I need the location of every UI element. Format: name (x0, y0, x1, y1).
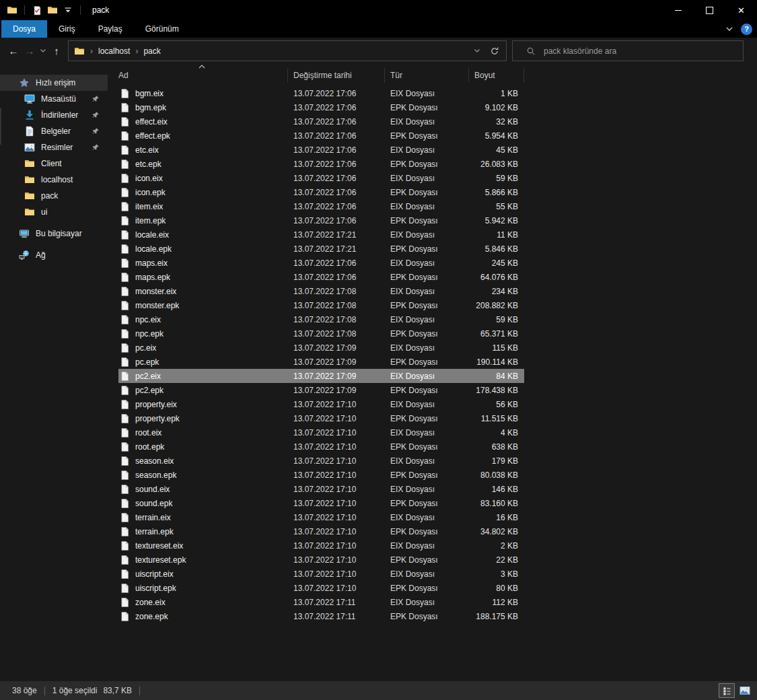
details-view-button[interactable] (719, 683, 735, 698)
thumbnails-view-button[interactable] (737, 683, 753, 698)
file-row[interactable]: pc2.eix 13.07.2022 17:09 EIX Dosyası 84 … (118, 369, 524, 383)
new-folder-icon[interactable] (47, 5, 58, 15)
file-row[interactable]: season.epk 13.07.2022 17:10 EPK Dosyası … (118, 468, 524, 482)
file-size: 59 KB (469, 315, 524, 324)
file-date-modified: 13.07.2022 17:08 (288, 329, 385, 339)
search-icon (526, 46, 536, 56)
help-button[interactable]: ? (741, 24, 752, 35)
file-date-modified: 13.07.2022 17:08 (288, 287, 385, 296)
file-row[interactable]: effect.eix 13.07.2022 17:06 EIX Dosyası … (118, 114, 524, 129)
file-row[interactable]: root.epk 13.07.2022 17:10 EPK Dosyası 63… (118, 440, 524, 454)
address-bar[interactable]: ›localhost›pack (68, 40, 507, 61)
sidebar-item-label: Belgeler (41, 127, 71, 136)
recent-locations-chevron-icon[interactable] (38, 41, 48, 61)
file-row[interactable]: npc.eix 13.07.2022 17:08 EIX Dosyası 59 … (118, 312, 524, 326)
file-row[interactable]: root.eix 13.07.2022 17:10 EIX Dosyası 4 … (118, 425, 524, 440)
address-folder-icon (74, 46, 85, 57)
up-button[interactable]: ↑ (48, 41, 65, 61)
file-row[interactable]: maps.eix 13.07.2022 17:06 EIX Dosyası 24… (118, 256, 524, 270)
tab-görünüm[interactable]: Görünüm (134, 20, 190, 38)
file-row[interactable]: pc2.epk 13.07.2022 17:09 EPK Dosyası 178… (118, 383, 524, 397)
file-row[interactable]: property.eix 13.07.2022 17:10 EIX Dosyas… (118, 397, 524, 411)
sidebar-item-client[interactable]: Client (0, 155, 108, 172)
breadcrumb-chevron-icon[interactable]: › (85, 46, 98, 56)
address-dropdown-chevron-icon[interactable] (474, 48, 480, 53)
file-date-modified: 13.07.2022 17:09 (288, 386, 385, 395)
sidebar-item-bu-bilgisayar[interactable]: Bu bilgisayar (0, 225, 108, 242)
file-row[interactable]: sound.eix 13.07.2022 17:10 EIX Dosyası 1… (118, 482, 524, 496)
sidebar-item-resimler[interactable]: Resimler (0, 139, 108, 155)
column-header-ad[interactable]: Ad (108, 68, 288, 83)
sidebar-item-ui[interactable]: ui (0, 204, 108, 220)
file-row[interactable]: etc.eix 13.07.2022 17:06 EIX Dosyası 45 … (118, 143, 524, 157)
file-row[interactable]: textureset.epk 13.07.2022 17:10 EPK Dosy… (118, 553, 524, 567)
minimize-button[interactable] (662, 0, 694, 20)
file-row[interactable]: pc.eix 13.07.2022 17:09 EIX Dosyası 115 … (118, 341, 524, 355)
qat-dropdown-icon[interactable] (63, 5, 73, 15)
file-row[interactable]: textureset.eix 13.07.2022 17:10 EIX Dosy… (118, 538, 524, 553)
tab-paylaş[interactable]: Paylaş (87, 20, 134, 38)
file-row[interactable]: property.epk 13.07.2022 17:10 EPK Dosyas… (118, 411, 524, 425)
tab-dosya[interactable]: Dosya (1, 20, 47, 38)
file-row[interactable]: npc.epk 13.07.2022 17:08 EPK Dosyası 65.… (118, 326, 524, 341)
file-icon (120, 173, 129, 184)
tab-giriş[interactable]: Giriş (47, 20, 87, 38)
file-row[interactable]: terrain.eix 13.07.2022 17:10 EIX Dosyası… (118, 510, 524, 524)
file-row[interactable]: uiscript.epk 13.07.2022 17:10 EPK Dosyas… (118, 581, 524, 595)
file-date-modified: 13.07.2022 17:10 (288, 541, 385, 551)
breadcrumb-item[interactable]: localhost (98, 46, 130, 56)
expand-ribbon-chevron-icon[interactable] (725, 26, 733, 32)
sidebar-item-localhost[interactable]: localhost (0, 172, 108, 188)
column-header-tür[interactable]: Tür (385, 68, 469, 83)
file-row[interactable]: uiscript.eix 13.07.2022 17:10 EIX Dosyas… (118, 567, 524, 581)
file-row[interactable]: monster.epk 13.07.2022 17:08 EPK Dosyası… (118, 298, 524, 312)
pin-icon (92, 111, 100, 119)
selection-count: 1 öğe seçildi (52, 686, 98, 695)
item-count: 38 öğe (12, 686, 37, 695)
file-row[interactable]: maps.epk 13.07.2022 17:06 EPK Dosyası 64… (118, 270, 524, 284)
breadcrumb-item[interactable]: pack (143, 46, 160, 56)
file-name: effect.epk (135, 131, 170, 141)
search-input[interactable] (542, 46, 713, 57)
file-row[interactable]: item.epk 13.07.2022 17:06 EPK Dosyası 5.… (118, 213, 524, 228)
file-row[interactable]: locale.eix 13.07.2022 17:21 EIX Dosyası … (118, 228, 524, 242)
file-row[interactable]: season.eix 13.07.2022 17:10 EIX Dosyası … (118, 454, 524, 468)
sidebar-item-label: Ağ (36, 250, 46, 260)
breadcrumb-chevron-icon[interactable]: › (130, 46, 143, 56)
file-row[interactable]: effect.epk 13.07.2022 17:06 EPK Dosyası … (118, 129, 524, 143)
file-name: npc.epk (135, 329, 164, 339)
sidebar-item-masaüstü[interactable]: Masaüstü (0, 91, 108, 107)
file-row[interactable]: zone.epk 13.07.2022 17:11 EPK Dosyası 18… (118, 609, 524, 623)
sidebar-item-hızlı-erişim[interactable]: Hızlı erişim (0, 75, 108, 91)
refresh-icon[interactable] (490, 46, 499, 56)
file-row[interactable]: monster.eix 13.07.2022 17:08 EIX Dosyası… (118, 284, 524, 298)
file-row[interactable]: locale.epk 13.07.2022 17:21 EPK Dosyası … (118, 242, 524, 256)
sidebar-item-ağ[interactable]: Ağ (0, 247, 108, 263)
folder-icon (24, 207, 35, 217)
sidebar-item-label: ui (41, 207, 47, 217)
file-row[interactable]: icon.eix 13.07.2022 17:06 EIX Dosyası 59… (118, 171, 524, 185)
file-row[interactable]: sound.epk 13.07.2022 17:10 EPK Dosyası 8… (118, 496, 524, 510)
sidebar-item-pack[interactable]: pack (0, 188, 108, 204)
file-icon (120, 611, 129, 622)
column-header-boyut[interactable]: Boyut (469, 68, 524, 83)
file-row[interactable]: zone.eix 13.07.2022 17:11 EIX Dosyası 11… (118, 595, 524, 609)
sidebar-item-i̇ndirilenler[interactable]: İndirilenler (0, 107, 108, 123)
file-row[interactable]: icon.epk 13.07.2022 17:06 EPK Dosyası 5.… (118, 185, 524, 199)
forward-button[interactable]: → (22, 41, 38, 61)
file-type: EPK Dosyası (385, 386, 469, 395)
maximize-button[interactable] (694, 0, 725, 20)
file-row[interactable]: bgm.eix 13.07.2022 17:06 EIX Dosyası 1 K… (118, 86, 524, 100)
column-header-değiştirme-tarihi[interactable]: Değiştirme tarihi (288, 68, 385, 83)
close-button[interactable]: ✕ (725, 0, 757, 20)
file-row[interactable]: bgm.epk 13.07.2022 17:06 EPK Dosyası 9.1… (118, 100, 524, 114)
file-row[interactable]: terrain.epk 13.07.2022 17:10 EPK Dosyası… (118, 524, 524, 538)
sidebar-item-belgeler[interactable]: Belgeler (0, 123, 108, 139)
file-row[interactable]: item.eix 13.07.2022 17:06 EIX Dosyası 55… (118, 199, 524, 213)
back-button[interactable]: ← (5, 41, 22, 61)
file-row[interactable]: etc.epk 13.07.2022 17:06 EPK Dosyası 26.… (118, 157, 524, 171)
file-date-modified: 13.07.2022 17:06 (288, 131, 385, 141)
desktop-icon (24, 94, 35, 104)
properties-icon[interactable] (32, 5, 42, 15)
file-row[interactable]: pc.epk 13.07.2022 17:09 EPK Dosyası 190.… (118, 355, 524, 369)
